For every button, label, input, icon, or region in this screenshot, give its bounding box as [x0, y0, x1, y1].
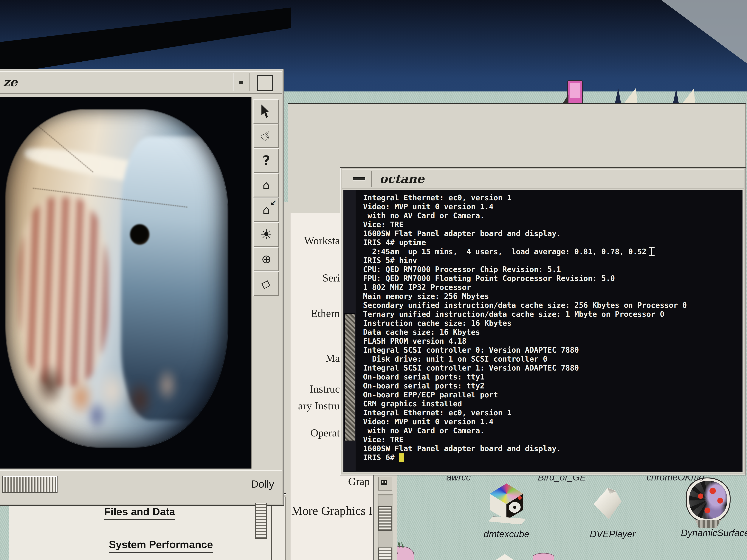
terminal-minimize-button[interactable] — [347, 170, 372, 187]
terminal-line: Vice: TRE — [363, 220, 741, 229]
icon-label-dveplayer[interactable]: DVEPlayer — [590, 529, 636, 539]
partial-desktop-icon[interactable] — [673, 88, 695, 105]
manager-link-system-performance[interactable]: System Performance — [109, 538, 213, 553]
rendered-3d-object — [6, 109, 228, 447]
terminal-line: Integral SCSI controller 0: Version ADAP… — [363, 346, 741, 355]
terminal-window: octane Integral Ethernet: ec0, version 1… — [340, 168, 746, 475]
page-scrollbar-thumb[interactable] — [379, 507, 391, 530]
terminal-line: Vice: TRE — [363, 435, 741, 444]
terminal-line: 2:45am up 15 mins, 4 users, load average… — [363, 247, 741, 256]
system-info-label: Worksta — [304, 234, 340, 247]
icon-label-dmtexcube[interactable]: dmtexcube — [484, 529, 530, 539]
viewer-bottom-bar: Dolly — [0, 471, 282, 503]
terminal-line: On-board serial ports: tty2 — [363, 381, 741, 391]
terminal-line: Main memory size: 256 Mbytes — [363, 292, 741, 301]
system-info-label: Seri — [323, 272, 340, 284]
ibeam-cursor — [649, 247, 654, 256]
terminal-title: octane — [380, 172, 424, 186]
page-scrollbar[interactable] — [378, 494, 392, 560]
terminal-line: Ternary unified instruction/data cache s… — [363, 310, 741, 319]
terminal-line: 1 802 MHZ IP32 Processor — [363, 283, 741, 292]
terminal-line: Integral Ethernet: ec0, version 1 — [363, 408, 741, 418]
help-icon[interactable]: ? — [253, 148, 279, 173]
terminal-line: 1600SW Flat Panel adapter board and disp… — [363, 229, 741, 238]
terminal-line: Secondary unified instruction/data cache… — [363, 301, 741, 310]
partial-desktop-icon[interactable] — [533, 553, 554, 560]
viewer-toolbar: ☞?⌂⌂↙☀⊕◇ — [251, 97, 280, 469]
system-info-label: Ma — [326, 352, 340, 364]
set-home-icon[interactable]: ⌂↙ — [253, 197, 279, 222]
system-info-label: Ethern — [311, 307, 340, 320]
page-scrollbar-column — [374, 474, 397, 560]
terminal-line: 1600SW Flat Panel adapter board and disp… — [363, 444, 741, 453]
system-info-label: Operat — [310, 427, 340, 439]
terminal-titlebar[interactable]: octane — [342, 169, 744, 189]
viewer-window: ze ☞?⌂⌂↙☀⊕◇ Dolly — [0, 70, 283, 505]
hand-icon[interactable]: ☞ — [253, 124, 279, 148]
partial-icon-label[interactable]: Bird_of_GE — [538, 476, 598, 482]
system-info-label: Grap — [348, 475, 370, 487]
terminal-line: IRIS 5# hinv — [363, 256, 741, 265]
terminal-line: with no AV Card or Camera. — [363, 211, 741, 220]
sgi-desktop-screen: WorkstaSeriEthernMaInstrucary InstruOper… — [0, 0, 747, 560]
terminal-text: Integral Ethernet: ec0, version 1Video: … — [363, 193, 741, 471]
terminal-line: CRM graphics installed — [363, 399, 741, 408]
terminal-scrollbar-thumb[interactable] — [345, 314, 355, 441]
terminal-line: CPU: QED RM7000 Processor Chip Revision:… — [363, 265, 741, 274]
terminal-scrollbar[interactable] — [344, 190, 356, 471]
terminal-line: Video: MVP unit 0 version 1.4 — [363, 418, 741, 426]
seek-icon[interactable]: ⊕ — [253, 247, 279, 271]
terminal-line: Video: MVP unit 0 version 1.4 — [363, 202, 741, 211]
monitor-bezel-corner — [661, 0, 747, 63]
manager-link-files-and-data[interactable]: Files and Data — [104, 506, 175, 520]
partial-desktop-icon[interactable] — [567, 80, 583, 105]
viewer-minimize-button[interactable] — [233, 73, 250, 91]
terminal-line: IRIS 4# uptime — [363, 238, 741, 247]
pointer-icon[interactable] — [253, 99, 279, 124]
terminal-line: with no AV Card or Camera. — [363, 426, 741, 435]
partial-icon-label[interactable]: awrcc — [446, 476, 495, 482]
system-info-label: ary Instru — [298, 399, 340, 412]
terminal-line: FLASH PROM version 4.18 — [363, 337, 741, 346]
terminal-content[interactable]: Integral Ethernet: ec0, version 1Video: … — [343, 190, 743, 472]
terminal-line: IRIS 6# — [363, 453, 741, 462]
more-graphics-link[interactable]: More Graphics I — [291, 504, 373, 518]
perspective-icon[interactable]: ◇ — [253, 271, 279, 296]
terminal-line: Integral SCSI controller 1: Version ADAP… — [363, 364, 741, 373]
dolly-label: Dolly — [251, 478, 274, 490]
terminal-block-cursor — [399, 453, 404, 462]
partial-desktop-icon[interactable] — [615, 87, 637, 104]
view-all-icon[interactable]: ☀ — [253, 222, 279, 247]
desktop-icon-dmtexcube[interactable] — [488, 483, 525, 526]
viewer-viewport[interactable] — [0, 97, 251, 469]
terminal-line: On-board serial ports: tty1 — [363, 373, 741, 381]
desktop-icon-dynamicsurface[interactable] — [686, 476, 732, 528]
icon-label-dynamicsurface[interactable]: DynamicSurface — [681, 528, 747, 538]
terminal-line: On-board EPP/ECP parallel port — [363, 391, 741, 399]
terminal-line: Integral Ethernet: ec0, version 1 — [363, 193, 741, 202]
viewer-maximize-button[interactable] — [251, 73, 278, 91]
terminal-line: Instruction cache size: 16 Kbytes — [363, 319, 741, 328]
viewer-title: ze — [3, 75, 17, 89]
manager-divider — [271, 501, 272, 560]
viewer-titlebar[interactable]: ze — [0, 71, 282, 94]
terminal-line: FPU: QED RM7000 Floating Point Coprocess… — [363, 274, 741, 283]
terminal-line: Data cache size: 16 Kbytes — [363, 328, 741, 337]
page-scroll-icon[interactable] — [378, 477, 392, 490]
rotate-thumbwheel[interactable] — [3, 476, 57, 492]
page-scrollbar-thumb-bottom[interactable] — [379, 548, 391, 560]
partial-icon-label[interactable]: chromeOKmo — [646, 476, 708, 482]
home-icon[interactable]: ⌂ — [253, 173, 279, 197]
terminal-line: Disk drive: unit 1 on SCSI controller 0 — [363, 355, 741, 364]
system-info-label: Instruc — [310, 383, 340, 395]
desktop-icon-dveplayer[interactable] — [593, 487, 625, 523]
